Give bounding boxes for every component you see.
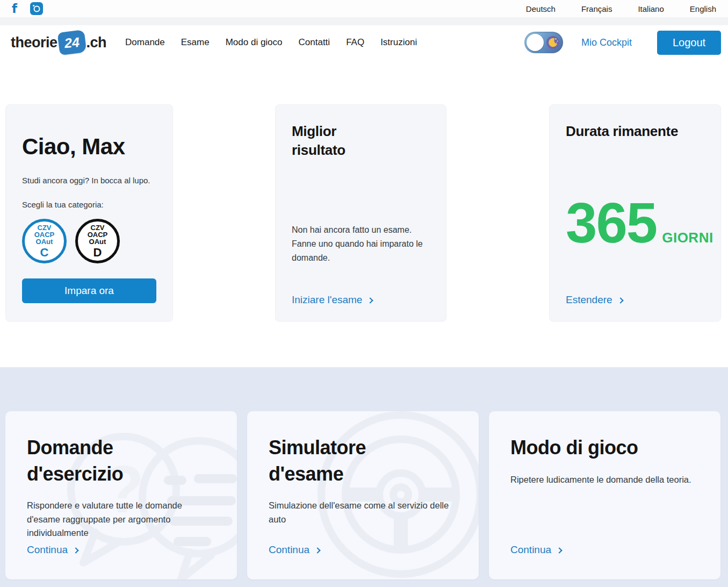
feature-title: Modo di gioco [510, 435, 677, 461]
social-links: f [12, 2, 43, 15]
simulatore-esame-card: Simulatore d'esame Simulazione dell'esam… [247, 411, 479, 579]
feature-body: Ripetere ludicamente le domande della te… [510, 473, 696, 487]
feature-title: Simulatore d'esame [269, 435, 435, 487]
topbar-divider [0, 17, 728, 25]
category-choose-label: Scegli la tua categoria: [22, 200, 156, 209]
best-result-card: Miglior risultato Non hai ancora fatto u… [275, 104, 446, 321]
category-badge-d[interactable]: CZV OACP OAut D [75, 219, 120, 263]
modo-di-gioco-card: Modo di gioco Ripetere ludicamente le do… [489, 411, 720, 579]
duration-title: Durata rimanente [566, 122, 704, 141]
continua-link-gioco[interactable]: Continua [510, 544, 561, 556]
iniziare-esame-link[interactable]: Iniziare l'esame [292, 294, 372, 306]
header-right: Mio Cockpit Logout [524, 31, 721, 55]
lang-english[interactable]: English [690, 4, 716, 13]
chevron-right-icon [73, 547, 78, 553]
feature-body: Simulazione dell'esame come al servizio … [269, 499, 454, 526]
chevron-right-icon [314, 547, 320, 553]
logo-badge: 24 [57, 30, 87, 55]
continua-link-simulatore[interactable]: Continua [269, 544, 320, 556]
best-result-title: Miglior risultato [292, 122, 372, 160]
lang-italiano[interactable]: Italiano [638, 4, 664, 13]
main-nav: Domande Esame Modo di gioco Contatti FAQ… [125, 37, 417, 48]
impara-ora-button[interactable]: Impara ora [22, 278, 156, 303]
nav-contatti[interactable]: Contatti [299, 37, 330, 48]
top-bar: f Deutsch Français Italiano English [0, 0, 728, 17]
nav-faq[interactable]: FAQ [346, 37, 364, 48]
days-remaining: 365GIORNI [566, 195, 704, 251]
logout-button[interactable]: Logout [657, 31, 721, 55]
days-unit-label: GIORNI [662, 230, 713, 246]
features-section: ? Domande d'esercizio Rispondere e valut… [0, 367, 728, 587]
logo-text-post: .ch [87, 34, 107, 51]
language-switcher: Deutsch Français Italiano English [526, 4, 716, 13]
feature-title: Domande d'esercizio [27, 435, 193, 487]
dark-mode-toggle[interactable] [524, 32, 563, 53]
category-badge-c[interactable]: CZV OACP OAut C [22, 219, 67, 263]
estendere-link[interactable]: Estendere [566, 294, 623, 306]
chevron-right-icon [367, 297, 373, 303]
duration-card: Durata rimanente 365GIORNI Estendere [549, 104, 721, 321]
mio-cockpit-link[interactable]: Mio Cockpit [581, 37, 632, 48]
toggle-knob [527, 34, 544, 51]
nav-istruzioni[interactable]: Istruzioni [380, 37, 417, 48]
main-header: theorie 24 .ch Domande Esame Modo di gio… [0, 25, 728, 60]
nav-domande[interactable]: Domande [125, 37, 165, 48]
nav-modo-di-gioco[interactable]: Modo di gioco [226, 37, 283, 48]
facebook-icon[interactable]: f [12, 3, 17, 15]
chevron-right-icon [556, 547, 562, 553]
moon-stars-icon [546, 35, 560, 49]
category-badges: CZV OACP OAut C CZV OACP OAut D [22, 219, 156, 263]
theorie24-logo[interactable]: theorie 24 .ch [11, 31, 106, 54]
instagram-icon[interactable] [30, 2, 43, 15]
logo-text-pre: theorie [11, 34, 57, 51]
greeting-subtitle: Studi ancora oggi? In bocca al lupo. [22, 176, 156, 185]
domande-esercizio-card: ? Domande d'esercizio Rispondere e valut… [5, 411, 237, 579]
chevron-right-icon [617, 297, 623, 303]
feature-body: Rispondere e valutare tutte le domande d… [27, 499, 212, 540]
lang-deutsch[interactable]: Deutsch [526, 4, 556, 13]
lang-francais[interactable]: Français [581, 4, 612, 13]
greeting-card: Ciao, Max Studi ancora oggi? In bocca al… [5, 104, 173, 321]
continua-link-domande[interactable]: Continua [27, 544, 78, 556]
best-result-body: Non hai ancora fatto un esame. Fanne uno… [292, 223, 430, 265]
hero-section: Ciao, Max Studi ancora oggi? In bocca al… [0, 60, 728, 367]
greeting-title: Ciao, Max [22, 134, 156, 160]
nav-esame[interactable]: Esame [181, 37, 210, 48]
days-number: 365 [566, 191, 657, 254]
